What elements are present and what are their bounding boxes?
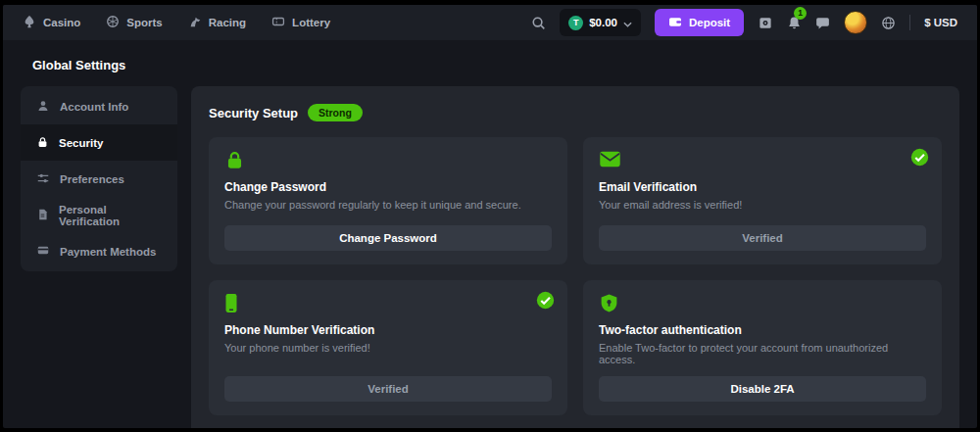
nav-item-racing[interactable]: Racing [188,15,246,30]
verified-check-icon [536,291,555,313]
shield-icon [599,293,926,314]
nav-item-casino[interactable]: Casino [23,15,80,30]
settings-content: Account Info Security Preferences Person… [3,86,977,428]
sidebar-item-label: Account Info [60,101,128,113]
panel-header: Security Setup Strong [209,104,942,121]
casino-icon [23,15,36,30]
card-title: Email Verification [599,180,926,194]
tether-coin-icon: T [568,16,583,30]
lock-icon [36,135,49,151]
card-description: Your phone number is verified! [224,342,552,354]
envelope-icon [599,150,926,171]
deposit-label: Deposit [689,17,730,28]
nav-label: Sports [126,17,162,28]
panel-title: Security Setup [209,106,298,120]
sidebar-item-label: Personal Verification [59,204,162,227]
sliders-icon [36,171,50,187]
sidebar-item-security[interactable]: Security [21,124,177,161]
sidebar-item-label: Preferences [60,173,124,185]
change-password-card: Change Password Change your password reg… [209,137,567,264]
verified-check-icon [910,148,929,170]
card-title: Two-factor authentication [599,323,926,337]
document-icon [36,208,49,223]
racing-icon [188,15,202,30]
vault-icon[interactable] [758,16,773,30]
card-title: Phone Number Verification [224,323,552,337]
nav-label: Casino [43,17,80,28]
sidebar-item-account-info[interactable]: Account Info [21,88,177,124]
sidebar-item-payment-methods[interactable]: Payment Methods [21,233,177,269]
strength-badge: Strong [308,104,363,121]
two-factor-card: Two-factor authentication Enable Two-fac… [583,280,942,415]
security-cards-grid: Change Password Change your password reg… [209,137,942,415]
sidebar-item-label: Payment Methods [60,246,156,258]
card-description: Your email address is verified! [599,199,926,211]
globe-language-icon[interactable] [881,16,896,30]
chevron-down-icon [623,14,632,31]
sidebar-item-preferences[interactable]: Preferences [21,161,177,197]
notifications-bell-icon[interactable]: 1 [787,16,802,30]
navbar-actions: T $0.00 Deposit 1 $ USD [531,9,957,36]
wallet-balance-dropdown[interactable]: T $0.00 [560,9,641,36]
notification-badge: 1 [794,7,807,20]
sidebar-item-label: Security [59,137,103,149]
search-icon[interactable] [531,16,546,30]
sidebar-item-personal-verification[interactable]: Personal Verification [21,197,177,233]
sports-icon [106,15,120,30]
security-setup-panel: Security Setup Strong Change Password Ch… [191,86,959,428]
user-avatar[interactable] [844,11,867,34]
change-password-button[interactable]: Change Password [224,225,552,251]
email-verification-card: Email Verification Your email address is… [583,137,942,264]
nav-item-sports[interactable]: Sports [106,15,162,30]
lottery-icon [271,15,285,30]
phone-verified-button[interactable]: Verified [224,376,552,402]
nav-label: Lottery [292,17,330,28]
chat-icon[interactable] [815,16,830,30]
card-description: Enable Two-factor to protect your accoun… [599,342,926,365]
phone-verification-card: Phone Number Verification Your phone num… [209,280,567,415]
settings-sidebar: Account Info Security Preferences Person… [21,86,177,271]
phone-icon [224,293,552,314]
user-icon [36,99,50,115]
app-window: Casino Sports Racing Lottery T $0.00 [3,5,977,428]
card-description: Change your password regularly to keep i… [224,199,552,211]
nav-divider [909,15,910,30]
deposit-button[interactable]: Deposit [655,9,744,36]
card-title: Change Password [224,180,552,194]
wallet-icon [668,16,682,29]
nav-item-lottery[interactable]: Lottery [271,15,330,30]
lock-icon [224,150,552,171]
nav-label: Racing [209,17,246,28]
credit-card-icon [36,244,50,259]
top-navbar: Casino Sports Racing Lottery T $0.00 [3,5,977,40]
email-verified-button[interactable]: Verified [599,225,926,251]
currency-selector[interactable]: $ USD [924,17,957,28]
disable-2fa-button[interactable]: Disable 2FA [599,376,926,402]
main-nav: Casino Sports Racing Lottery [23,15,330,30]
balance-amount: $0.00 [589,17,617,28]
page-title: Global Settings [3,40,977,86]
